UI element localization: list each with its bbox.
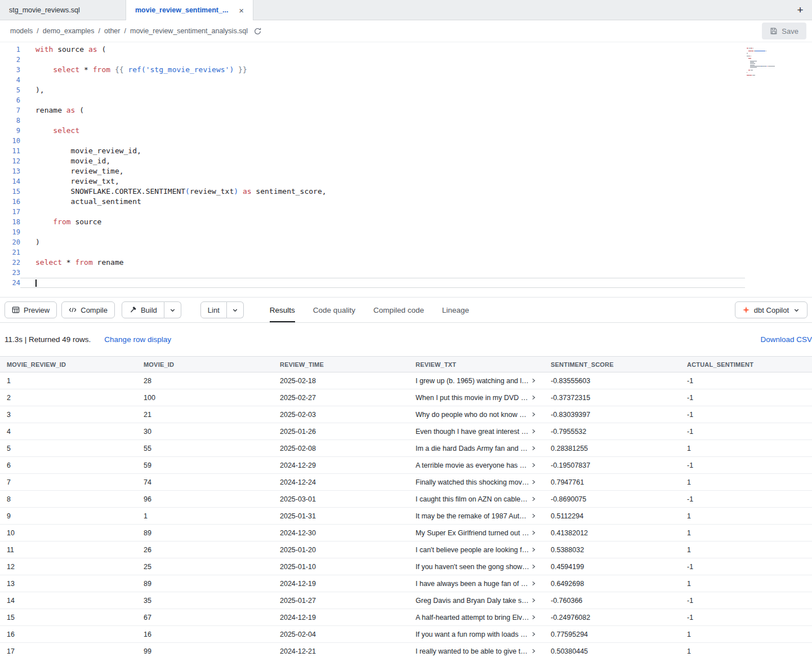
- review-text: I can't believe people are looking for a…: [416, 546, 529, 554]
- table-cell: 28: [137, 377, 273, 385]
- code-brackets-icon: [69, 306, 77, 314]
- table-cell: 30: [137, 428, 273, 436]
- code-line[interactable]: 4: [0, 75, 812, 85]
- column-header-actual-sentiment[interactable]: ACTUAL_SENTIMENT: [680, 361, 812, 368]
- table-cell: 89: [137, 580, 273, 588]
- expand-review-icon[interactable]: [530, 411, 537, 418]
- table-row: 13892024-12-19I have always been a huge …: [0, 575, 812, 592]
- expand-review-icon[interactable]: [530, 648, 537, 654]
- code-line[interactable]: 21: [0, 247, 812, 258]
- preview-button[interactable]: Preview: [5, 301, 57, 318]
- close-icon[interactable]: ×: [239, 6, 244, 15]
- code-editor[interactable]: 1with source as (23 select * from {{ ref…: [0, 42, 812, 297]
- code-line[interactable]: 19: [0, 227, 812, 237]
- line-number: 3: [0, 65, 20, 75]
- tab-stg-movie-reviews[interactable]: stg_movie_reviews.sql: [0, 0, 126, 20]
- code-line[interactable]: 14 review_txt,: [0, 176, 812, 187]
- table-row: 912025-01-31It may be the remake of 1987…: [0, 508, 812, 525]
- code-line[interactable]: 7rename as (: [0, 105, 812, 116]
- build-dropdown-button[interactable]: [164, 301, 181, 318]
- result-tab-compiled-code[interactable]: Compiled code: [373, 298, 424, 322]
- expand-review-icon[interactable]: [530, 462, 537, 468]
- code-line[interactable]: 17: [0, 207, 812, 217]
- table-cell: 10: [0, 529, 137, 537]
- review-text: When I put this movie in my DVD playe…: [416, 394, 529, 402]
- table-cell: 2024-12-19: [273, 580, 409, 588]
- code-line[interactable]: 13 review_time,: [0, 166, 812, 176]
- line-content: [20, 268, 745, 278]
- line-content: review_txt,: [20, 176, 745, 187]
- table-header: MOVIE_REVIEW_ID MOVIE_ID REVIEW_TIME REV…: [0, 356, 812, 372]
- build-button[interactable]: Build: [122, 301, 164, 318]
- compile-button[interactable]: Compile: [61, 301, 115, 318]
- code-line[interactable]: 10: [0, 136, 812, 146]
- code-line[interactable]: 8: [0, 116, 812, 126]
- table-cell: 2024-12-30: [273, 529, 409, 537]
- lint-dropdown-button[interactable]: [227, 301, 244, 318]
- table-cell: 0.5112294: [544, 512, 680, 520]
- code-line[interactable]: 6: [0, 95, 812, 105]
- result-tab-results[interactable]: Results: [270, 298, 295, 322]
- code-line[interactable]: 20): [0, 237, 812, 247]
- column-header-review-time[interactable]: REVIEW_TIME: [273, 361, 409, 368]
- code-line[interactable]: 24: [0, 278, 812, 288]
- result-tab-code-quality[interactable]: Code quality: [313, 298, 355, 322]
- expand-review-icon[interactable]: [530, 394, 537, 401]
- column-header-sentiment-score[interactable]: SENTIMENT_SCORE: [544, 361, 680, 368]
- table-cell: 2025-02-27: [273, 394, 409, 402]
- review-text: A terrible movie as everyone has said. …: [416, 461, 529, 469]
- code-line[interactable]: 15 SNOWFLAKE.CORTEX.SENTIMENT(review_txt…: [0, 187, 812, 197]
- review-txt-cell: Greg Davis and Bryan Daly take some …: [409, 597, 544, 605]
- expand-review-icon[interactable]: [530, 614, 537, 620]
- breadcrumb-other[interactable]: other: [104, 27, 121, 35]
- expand-review-icon[interactable]: [530, 445, 537, 451]
- code-line[interactable]: 2: [0, 55, 812, 65]
- expand-review-icon[interactable]: [530, 547, 537, 553]
- expand-review-icon[interactable]: [530, 428, 537, 434]
- preview-button-label: Preview: [24, 306, 50, 314]
- editor-minimap[interactable]: [747, 48, 787, 79]
- code-line[interactable]: 1with source as (: [0, 45, 812, 55]
- expand-review-icon[interactable]: [530, 496, 537, 502]
- refresh-circle-icon[interactable]: [253, 27, 262, 35]
- column-header-movie-id[interactable]: MOVIE_ID: [137, 361, 273, 368]
- column-header-movie-review-id[interactable]: MOVIE_REVIEW_ID: [0, 361, 137, 368]
- new-tab-button[interactable]: +: [788, 0, 812, 20]
- table-cell: 2024-12-21: [273, 647, 409, 655]
- expand-review-icon[interactable]: [530, 580, 537, 587]
- code-line[interactable]: 12 movie_id,: [0, 156, 812, 166]
- breadcrumb-models[interactable]: models: [10, 27, 33, 35]
- review-txt-cell: If you haven't seen the gong show TV s…: [409, 563, 544, 571]
- review-text: Why do people who do not know what…: [416, 411, 529, 419]
- review-text: If you haven't seen the gong show TV s…: [416, 563, 529, 571]
- column-header-review-txt[interactable]: REVIEW_TXT: [409, 361, 544, 368]
- dbt-copilot-button[interactable]: dbt Copilot: [735, 301, 807, 318]
- expand-review-icon[interactable]: [530, 631, 537, 637]
- result-tab-lineage[interactable]: Lineage: [442, 298, 469, 322]
- expand-review-icon[interactable]: [530, 513, 537, 519]
- expand-review-icon[interactable]: [530, 479, 537, 485]
- line-content: [20, 55, 745, 65]
- tab-movie-review-sentiment[interactable]: movie_review_sentiment_... ×: [126, 0, 253, 20]
- expand-review-icon[interactable]: [530, 597, 537, 603]
- expand-review-icon[interactable]: [530, 530, 537, 536]
- lint-button[interactable]: Lint: [200, 301, 227, 318]
- expand-review-icon[interactable]: [530, 563, 537, 570]
- save-button[interactable]: Save: [762, 23, 806, 39]
- code-line[interactable]: 5),: [0, 85, 812, 95]
- code-line[interactable]: 22select * from rename: [0, 258, 812, 268]
- change-row-display-link[interactable]: Change row display: [104, 335, 171, 344]
- line-content: review_time,: [20, 166, 745, 176]
- code-line[interactable]: 16 actual_sentiment: [0, 197, 812, 207]
- code-line[interactable]: 23: [0, 268, 812, 278]
- download-csv-link[interactable]: Download CSV: [760, 335, 812, 344]
- code-line[interactable]: 9 select: [0, 126, 812, 136]
- breadcrumb-demo-examples[interactable]: demo_examples: [43, 27, 95, 35]
- code-line[interactable]: 18 from source: [0, 217, 812, 227]
- table-cell: 2025-02-08: [273, 445, 409, 452]
- code-line[interactable]: 11 movie_review_id,: [0, 146, 812, 156]
- code-line[interactable]: 3 select * from {{ ref('stg_movie_review…: [0, 65, 812, 75]
- line-content: select * from rename: [20, 258, 745, 268]
- table-cell: 2025-01-26: [273, 428, 409, 436]
- expand-review-icon[interactable]: [530, 378, 537, 384]
